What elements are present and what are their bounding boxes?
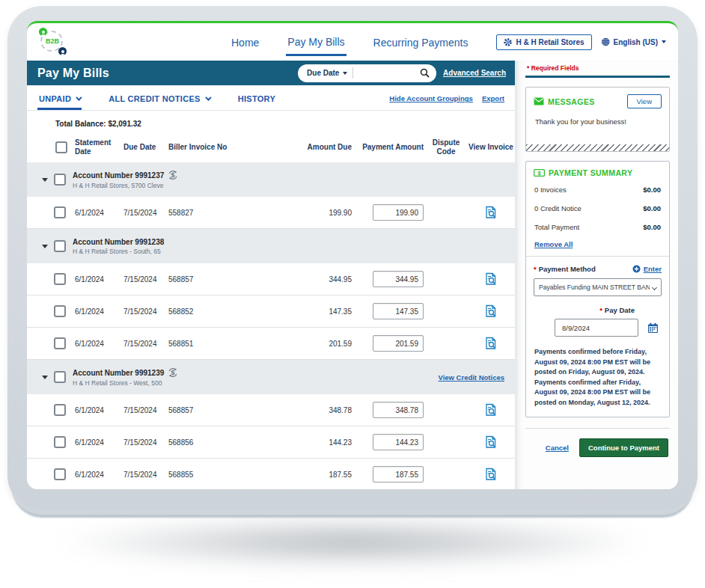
invoice-row: 6/1/2024 7/15/2024 568851 201.59	[27, 328, 515, 360]
select-invoice-checkbox[interactable]	[54, 337, 66, 349]
account-number: Account Number 9991237	[73, 171, 164, 180]
select-invoice-checkbox[interactable]	[54, 468, 66, 480]
select-group-checkbox[interactable]	[54, 371, 66, 383]
language-selector[interactable]: English (US)	[601, 37, 666, 46]
payment-method-select[interactable]: Payables Funding MAIN STREET BANK *****	[534, 278, 662, 296]
statement-date-cell: 6/1/2024	[75, 307, 123, 316]
statement-date-cell: 6/1/2024	[75, 275, 123, 284]
invoice-row: 6/1/2024 7/15/2024 558827 199.90	[27, 197, 515, 229]
account-subtitle: H & H Retail Stores, 5700 Cleve	[73, 182, 178, 189]
table-links: Hide Account Groupings Export	[389, 94, 504, 110]
account-group-row: Account Number 9991238 $ H & H Retail St…	[27, 229, 515, 263]
due-date-cell: 7/15/2024	[123, 438, 168, 447]
amount-due-cell: 147.35	[299, 307, 352, 316]
view-invoice-icon[interactable]	[484, 403, 498, 417]
recurring-payment-icon: $	[168, 170, 178, 180]
payment-amount-input[interactable]	[373, 434, 424, 450]
col-payment-amount: Payment Amount	[352, 143, 424, 152]
resize-handle[interactable]	[526, 144, 669, 151]
select-invoice-checkbox[interactable]	[54, 273, 66, 285]
nav-recurring-payments[interactable]: Recurring Payments	[372, 29, 470, 55]
search-input[interactable]	[358, 69, 420, 77]
payment-amount-input[interactable]	[373, 402, 424, 418]
continue-to-payment-button[interactable]: Continue to Payment	[579, 438, 668, 457]
search-zone: Due Date Advanced Search	[298, 64, 506, 82]
payment-amount-input[interactable]	[373, 271, 424, 287]
invoice-no-cell: 568857	[168, 275, 299, 284]
col-statement-date: Statement Date	[75, 138, 123, 156]
due-date-cell: 7/15/2024	[123, 471, 168, 479]
store-selector-button[interactable]: H & H Retail Stores	[496, 34, 591, 50]
svg-text:$: $	[537, 170, 541, 177]
calendar-icon[interactable]	[644, 319, 662, 337]
account-number: Account Number 9991238	[73, 238, 164, 246]
col-amount-due: Amount Due	[299, 143, 352, 152]
select-invoice-checkbox[interactable]	[54, 436, 66, 448]
statement-date-cell: 6/1/2024	[75, 406, 123, 414]
summary-invoices-value: $0.00	[643, 186, 661, 194]
collapse-group-icon[interactable]	[42, 245, 48, 248]
view-messages-button[interactable]: View	[627, 94, 662, 108]
page-header-bar: Pay My Bills Due Date	[27, 61, 515, 85]
select-invoice-checkbox[interactable]	[54, 206, 66, 218]
pay-date-input[interactable]	[555, 319, 638, 337]
view-invoice-icon[interactable]	[484, 206, 498, 219]
page: B2B Home Pay My Bills Recurring Payments…	[0, 0, 705, 588]
payment-amount-input[interactable]	[373, 466, 424, 483]
invoice-row: 6/1/2024 7/15/2024 568852 147.35	[27, 295, 515, 328]
payment-amount-input[interactable]	[373, 204, 424, 221]
select-group-checkbox[interactable]	[54, 240, 66, 252]
statement-date-cell: 6/1/2024	[75, 438, 123, 447]
sidebar-rule	[525, 76, 670, 78]
tab-all-credit-notices[interactable]: ALL CREDIT NOTICES	[107, 88, 211, 110]
tab-history[interactable]: HISTORY	[236, 88, 277, 110]
remove-all-link[interactable]: Remove All	[534, 240, 573, 248]
enter-payment-method[interactable]: Enter	[632, 265, 662, 273]
payment-summary-title: PAYMENT SUMMARY	[549, 168, 632, 177]
required-fields-note: * Required Fields	[525, 61, 670, 76]
amount-due-cell: 348.78	[299, 406, 352, 414]
person-icon	[39, 28, 47, 36]
select-invoice-checkbox[interactable]	[54, 404, 66, 416]
due-date-cell: 7/15/2024	[123, 209, 168, 217]
tab-unpaid[interactable]: UNPAID	[37, 88, 82, 110]
payment-amount-input[interactable]	[373, 303, 424, 319]
invoice-row: 6/1/2024 7/15/2024 568855 187.55	[27, 459, 515, 489]
search-icon[interactable]	[420, 68, 430, 78]
view-invoice-icon[interactable]	[484, 337, 498, 350]
page-title: Pay My Bills	[37, 67, 109, 80]
cancel-button[interactable]: Cancel	[546, 444, 569, 452]
select-all-checkbox[interactable]	[55, 141, 67, 153]
select-group-checkbox[interactable]	[54, 174, 66, 186]
b2b-logo: B2B	[37, 28, 67, 56]
statement-date-cell: 6/1/2024	[75, 340, 123, 348]
payment-amount-input[interactable]	[373, 335, 424, 352]
summary-total-row: Total Payment $0.00	[534, 218, 662, 236]
top-actions: H & H Retail Stores English (US)	[496, 34, 666, 50]
view-credit-notices-link[interactable]: View Credit Notices	[438, 373, 504, 382]
tabs: UNPAID ALL CREDIT NOTICES HISTORY Hide A…	[27, 85, 515, 111]
view-invoice-icon[interactable]	[484, 272, 498, 286]
summary-credit-value: $0.00	[643, 204, 661, 212]
view-invoice-icon[interactable]	[484, 435, 498, 449]
hide-account-groupings-link[interactable]: Hide Account Groupings	[389, 94, 473, 102]
pay-date-label: *Pay Date	[534, 306, 635, 314]
nav-pay-my-bills[interactable]: Pay My Bills	[286, 28, 346, 56]
content: Pay My Bills Due Date	[27, 61, 678, 489]
collapse-group-icon[interactable]	[42, 376, 48, 379]
pay-date-row	[534, 319, 662, 337]
nav-home[interactable]: Home	[230, 29, 260, 55]
export-link[interactable]: Export	[482, 94, 504, 102]
account-number: Account Number 9991239	[73, 369, 164, 377]
invoice-row: 6/1/2024 7/15/2024 568857 344.95	[27, 263, 515, 295]
view-invoice-icon[interactable]	[484, 304, 498, 318]
collapse-group-icon[interactable]	[42, 178, 48, 182]
required-asterisk: *	[534, 265, 537, 273]
tablet-frame: B2B Home Pay My Bills Recurring Payments…	[7, 6, 698, 510]
amount-due-cell: 201.59	[299, 340, 352, 348]
advanced-search-link[interactable]: Advanced Search	[443, 69, 506, 77]
select-invoice-checkbox[interactable]	[54, 305, 66, 317]
search-filter-dropdown[interactable]: Due Date	[307, 69, 347, 77]
invoices-table: Statement Date Due Date Biller Invoice N…	[27, 135, 515, 489]
view-invoice-icon[interactable]	[484, 468, 498, 481]
